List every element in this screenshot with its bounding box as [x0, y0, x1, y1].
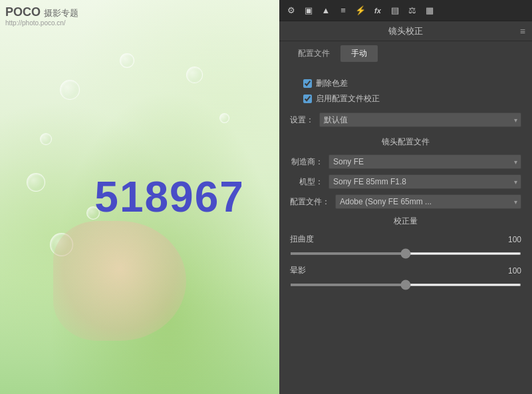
- panel-title: 镜头校正: [388, 25, 423, 37]
- poco-logo: POCO: [5, 5, 41, 19]
- waveform-icon[interactable]: ⚡: [354, 4, 367, 17]
- vignette-slider-row: 晕影 100: [290, 265, 521, 288]
- model-select[interactable]: Sony FE 85mm F1.8 Sony FE 50mm F1.8: [329, 174, 521, 189]
- config-file-select-wrapper: Adobe (Sony FE 65mm ... Adobe (Sony FE 8…: [335, 194, 521, 209]
- distortion-label: 扭曲度: [290, 234, 314, 245]
- remove-aberration-label: 删除色差: [316, 78, 348, 89]
- enable-profile-label: 启用配置文件校正: [316, 93, 380, 104]
- photo-number: 518967: [94, 172, 245, 222]
- correction-title: 校正量: [290, 216, 521, 227]
- list-icon[interactable]: ≡: [336, 4, 350, 17]
- toolbar: ⚙ ▣ ▲ ≡ ⚡ fx ▤ ⚖ ▦: [279, 0, 532, 21]
- settings-icon[interactable]: ⚙: [285, 4, 298, 17]
- distortion-slider-row: 扭曲度 100: [290, 234, 521, 257]
- model-row: 机型： Sony FE 85mm F1.8 Sony FE 50mm F1.8: [290, 174, 521, 189]
- settings-label: 设置：: [290, 114, 314, 126]
- hand-area: [53, 221, 186, 341]
- settings-row: 设置： 默认值 自定义: [290, 112, 521, 127]
- tab-manual[interactable]: 手动: [340, 45, 378, 62]
- bubble-7: [219, 113, 229, 123]
- manufacturer-label: 制造商：: [290, 156, 323, 168]
- balance-icon[interactable]: ⚖: [406, 4, 419, 17]
- vignette-label: 晕影: [290, 265, 306, 276]
- panel-icon[interactable]: ▦: [423, 4, 436, 17]
- correction-section: 校正量 扭曲度 100 晕影 100: [290, 216, 521, 288]
- distortion-slider[interactable]: [290, 252, 521, 255]
- vignette-value: 100: [501, 266, 521, 276]
- remove-aberration-checkbox[interactable]: [303, 79, 312, 88]
- distortion-value: 100: [501, 235, 521, 244]
- enable-profile-checkbox[interactable]: [303, 95, 312, 103]
- config-file-row: 配置文件： Adobe (Sony FE 65mm ... Adobe (Son…: [290, 194, 521, 209]
- table-icon[interactable]: ▤: [388, 4, 402, 17]
- tabs: 配置文件 手动: [279, 41, 532, 66]
- photo-panel: POCO 摄影专题 http://photo.poco.cn/ 518967: [0, 0, 279, 394]
- bubble-2: [120, 53, 134, 68]
- fx-icon[interactable]: fx: [371, 4, 384, 17]
- watermark-subtitle: 摄影专题: [44, 8, 78, 18]
- watermark: POCO 摄影专题 http://photo.poco.cn/: [5, 5, 78, 27]
- manufacturer-row: 制造商： Sony FE Canon Nikon: [290, 154, 521, 169]
- config-file-label: 配置文件：: [290, 196, 330, 208]
- checkbox-row-2: 启用配置文件校正: [303, 93, 521, 104]
- lens-profile-title: 镜头配置文件: [290, 136, 521, 148]
- content-area: 删除色差 启用配置文件校正 设置： 默认值 自定义 镜头配置文件 制造商：: [279, 66, 532, 394]
- watermark-url: http://photo.poco.cn/: [5, 19, 78, 27]
- bubble-1: [60, 80, 80, 100]
- checkbox-section: 删除色差 启用配置文件校正: [303, 78, 521, 104]
- config-file-select[interactable]: Adobe (Sony FE 65mm ... Adobe (Sony FE 8…: [335, 194, 521, 209]
- distortion-slider-header: 扭曲度 100: [290, 234, 521, 245]
- bubble-3: [40, 133, 52, 145]
- panel-menu-icon[interactable]: ≡: [520, 26, 525, 37]
- tab-profile[interactable]: 配置文件: [287, 45, 340, 62]
- panel-header: 镜头校正 ≡: [279, 21, 532, 41]
- vignette-slider-header: 晕影 100: [290, 265, 521, 276]
- settings-select-wrapper: 默认值 自定义: [319, 112, 521, 127]
- right-panel: ⚙ ▣ ▲ ≡ ⚡ fx ▤ ⚖ ▦ 镜头校正 ≡ 配置文件 手动 删除色差 启…: [279, 0, 532, 394]
- model-select-wrapper: Sony FE 85mm F1.8 Sony FE 50mm F1.8: [329, 174, 521, 189]
- checkbox-row-1: 删除色差: [303, 78, 521, 89]
- mountain-icon[interactable]: ▲: [319, 4, 332, 17]
- manufacturer-select[interactable]: Sony FE Canon Nikon: [329, 154, 521, 169]
- manufacturer-select-wrapper: Sony FE Canon Nikon: [329, 154, 521, 169]
- model-label: 机型：: [290, 176, 323, 188]
- settings-select[interactable]: 默认值 自定义: [319, 112, 521, 127]
- vignette-slider[interactable]: [290, 284, 521, 286]
- watermark-title: POCO 摄影专题: [5, 5, 78, 19]
- grid-icon[interactable]: ▣: [302, 4, 315, 17]
- bubble-8: [186, 67, 203, 83]
- lens-profile-section: 镜头配置文件 制造商： Sony FE Canon Nikon 机型： Sony…: [290, 136, 521, 209]
- bubble-4: [27, 173, 45, 192]
